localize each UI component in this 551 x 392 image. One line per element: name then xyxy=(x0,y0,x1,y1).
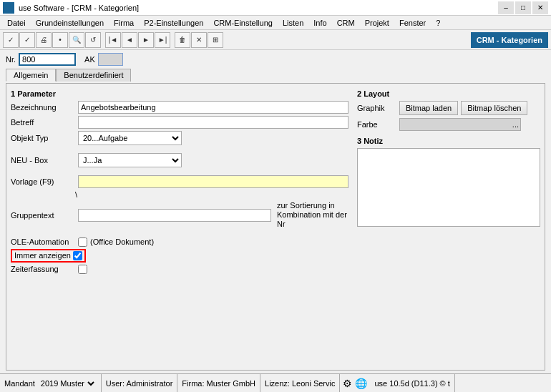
bitmap-loeschen-button[interactable]: Bitmap löschen xyxy=(461,101,527,115)
bitmap-laden-button[interactable]: Bitmap laden xyxy=(399,101,458,115)
menu-firma[interactable]: Firma xyxy=(109,17,138,29)
settings-icon[interactable]: ⚙ xyxy=(343,378,352,389)
immer-anzeigen-checkbox[interactable] xyxy=(73,251,82,260)
nr-label: Nr. xyxy=(6,55,16,64)
zeiterfassung-checkbox[interactable] xyxy=(78,265,87,274)
graphik-label: Graphik xyxy=(357,104,396,112)
section2-header: 2 Layout xyxy=(357,89,540,98)
tb-checkmark-button[interactable]: ✓ xyxy=(3,32,19,48)
ole-label: OLE-Automation xyxy=(11,237,75,246)
objekttyp-label: Objekt Typ xyxy=(11,134,75,142)
ak-input[interactable] xyxy=(98,53,123,66)
menu-datei[interactable]: Datei xyxy=(3,17,30,29)
firma-segment: Firma: Muster GmbH xyxy=(177,374,260,392)
tab-allgemein[interactable]: Allgemein xyxy=(6,69,56,82)
vorlage-row: Vorlage (F9) xyxy=(11,175,348,188)
status-icons: ⚙ 🌐 xyxy=(340,378,370,389)
farbe-input[interactable]: ... xyxy=(399,118,521,131)
tb-cancel-button[interactable]: ✕ xyxy=(191,32,207,48)
maximize-button[interactable]: □ xyxy=(515,1,531,14)
minimize-button[interactable]: – xyxy=(498,1,514,14)
nr-ak-row: Nr. AK xyxy=(6,53,545,66)
immer-anzeigen-label: Immer anzeigen xyxy=(14,251,71,260)
backslash-text: \ xyxy=(75,190,77,199)
tb-print-button[interactable]: 🖨 xyxy=(36,32,52,48)
tb-checkmark2-button[interactable]: ✓ xyxy=(19,32,35,48)
main-content: Nr. AK Allgemein Benutzerdefiniert 1 Par… xyxy=(0,50,551,373)
menu-p2einstellungen[interactable]: P2-Einstellungen xyxy=(140,17,208,29)
objekttyp-select[interactable]: 20...Aufgabe xyxy=(78,131,182,145)
tab-content: 1 Parameter Bezeichnung Betreff Objekt T… xyxy=(6,83,545,371)
betreff-label: Betreff xyxy=(11,118,75,127)
immer-anzeigen-row: Immer anzeigen xyxy=(11,249,348,263)
lizenz-segment: Lizenz: Leoni Servic xyxy=(260,374,340,392)
version-segment: use 10.5d (D11.3) © t xyxy=(370,374,454,392)
menu-help[interactable]: ? xyxy=(431,17,444,29)
betreff-input[interactable] xyxy=(78,116,348,129)
mandant-label: Mandant xyxy=(4,379,35,388)
tab-bar: Allgemein Benutzerdefiniert xyxy=(6,69,545,82)
menu-crm[interactable]: CRM xyxy=(333,17,359,29)
notiz-section: 3 Notiz xyxy=(357,137,540,228)
menu-projekt[interactable]: Projekt xyxy=(361,17,394,29)
gruppentext-input[interactable] xyxy=(78,209,271,222)
farbe-label: Farbe xyxy=(357,120,396,129)
window-title: use Software - [CRM - Kategorien] xyxy=(19,4,139,12)
menu-listen[interactable]: Listen xyxy=(278,17,308,29)
title-bar: use Software - [CRM - Kategorien] – □ ✕ xyxy=(0,0,551,16)
nr-input[interactable] xyxy=(19,53,76,66)
tb-next-button[interactable]: ► xyxy=(138,32,154,48)
user-segment: User: Administrator xyxy=(102,374,178,392)
tb-dot-button[interactable]: • xyxy=(52,32,68,48)
menu-crmeinstellung[interactable]: CRM-Einstellung xyxy=(209,17,277,29)
zeiterfassung-label: Zeiterfassung xyxy=(11,265,75,273)
gruppentext-row: Gruppentext zur Sortierung inKombination… xyxy=(11,201,348,230)
menu-bar: Datei Grundeinstellungen Firma P2-Einste… xyxy=(0,16,551,30)
section1-header: 1 Parameter xyxy=(11,89,348,98)
notiz-textarea[interactable] xyxy=(357,148,540,227)
layout-section: 2 Layout Graphik Bitmap laden Bitmap lös… xyxy=(357,89,540,131)
ak-label: AK xyxy=(84,55,95,64)
app-icon xyxy=(3,2,14,14)
tb-refresh-button[interactable]: ↺ xyxy=(85,32,101,48)
toolbar-title: CRM - Kategorien xyxy=(471,32,548,48)
gruppentext-hint: zur Sortierung inKombination mit der Nr xyxy=(277,201,348,230)
user-text: User: Administrator xyxy=(106,379,173,388)
farbe-row: Farbe ... xyxy=(357,118,540,131)
ole-checkbox[interactable] xyxy=(78,237,87,247)
close-button[interactable]: ✕ xyxy=(532,1,548,14)
toolbar: ✓ ✓ 🖨 • 🔍 ↺ |◄ ◄ ► ►| 🗑 ✕ ⊞ CRM - Katego… xyxy=(0,30,551,50)
section3-header: 3 Notiz xyxy=(357,137,540,145)
left-column: 1 Parameter Bezeichnung Betreff Objekt T… xyxy=(9,87,350,367)
vorlage-label: Vorlage (F9) xyxy=(11,177,75,186)
right-column: 2 Layout Graphik Bitmap laden Bitmap lös… xyxy=(356,87,542,367)
tb-first-button[interactable]: |◄ xyxy=(105,32,121,48)
betreff-row: Betreff xyxy=(11,116,348,129)
menu-fenster[interactable]: Fenster xyxy=(395,17,430,29)
tb-grid-button[interactable]: ⊞ xyxy=(208,32,223,48)
immer-anzeigen-highlight: Immer anzeigen xyxy=(11,249,86,263)
bezeichnung-label: Bezeichnung xyxy=(11,103,75,112)
mandant-select[interactable]: 2019 Muster xyxy=(38,378,97,388)
tb-search-button[interactable]: 🔍 xyxy=(69,32,84,48)
info-icon[interactable]: 🌐 xyxy=(355,378,367,389)
zeiterfassung-row: Zeiterfassung xyxy=(11,265,348,274)
tb-prev-button[interactable]: ◄ xyxy=(122,32,137,48)
lizenz-text: Lizenz: Leoni Servic xyxy=(265,379,335,388)
neubox-label: NEU - Box xyxy=(11,156,75,165)
tab-benutzerdefiniert[interactable]: Benutzerdefiniert xyxy=(56,69,131,82)
firma-text: Firma: Muster GmbH xyxy=(182,379,255,388)
bezeichnung-input[interactable] xyxy=(78,101,348,114)
ole-automation-row: OLE-Automation (Office Dokument) xyxy=(11,237,348,247)
graphik-row: Graphik Bitmap laden Bitmap löschen xyxy=(357,101,540,115)
neubox-select[interactable]: J...Ja xyxy=(78,153,182,167)
status-bar: Mandant 2019 Muster User: Administrator … xyxy=(0,373,551,392)
menu-info[interactable]: Info xyxy=(309,17,331,29)
tb-last-button[interactable]: ►| xyxy=(155,32,170,48)
tb-delete-button[interactable]: 🗑 xyxy=(175,32,190,48)
gruppentext-label: Gruppentext xyxy=(11,211,75,220)
backslash-row: \ xyxy=(11,190,348,199)
mandant-segment: Mandant 2019 Muster xyxy=(0,374,102,392)
vorlage-input[interactable] xyxy=(78,175,348,188)
menu-grundeinstellungen[interactable]: Grundeinstellungen xyxy=(31,17,108,29)
